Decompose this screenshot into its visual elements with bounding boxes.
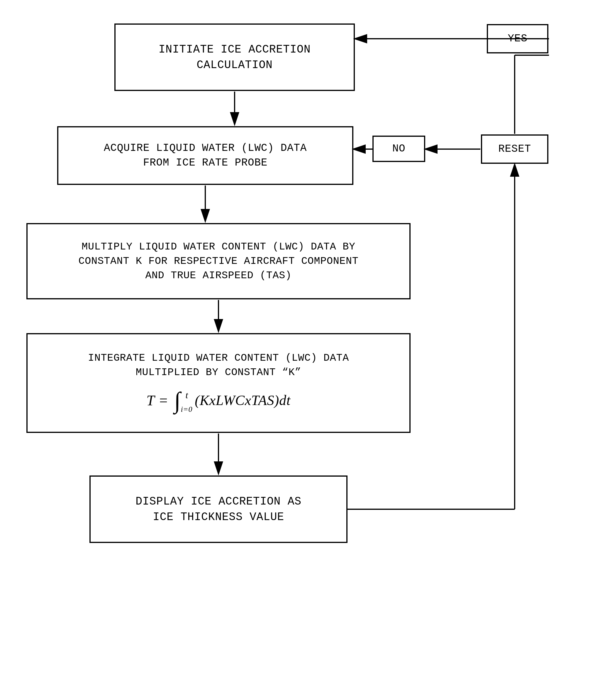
reset-label: RESET bbox=[498, 142, 531, 156]
initiate-label: INITIATE ICE ACCRETION CALCULATION bbox=[124, 42, 345, 73]
no-label: NO bbox=[392, 142, 406, 156]
box-integrate: INTEGRATE LIQUID WATER CONTENT (LWC) DAT… bbox=[26, 333, 411, 433]
acquire-label: ACQUIRE LIQUID WATER (LWC) DATAFROM ICE … bbox=[104, 141, 307, 171]
multiply-label: MULTIPLY LIQUID WATER CONTENT (LWC) DATA… bbox=[79, 240, 359, 283]
box-acquire: ACQUIRE LIQUID WATER (LWC) DATAFROM ICE … bbox=[57, 126, 354, 185]
integrate-formula: T = ∫ t i=0 (KxLWCxTAS)dt bbox=[146, 386, 290, 415]
box-yes: YES bbox=[487, 24, 548, 53]
yes-label: YES bbox=[508, 31, 527, 46]
flowchart-container: INITIATE ICE ACCRETION CALCULATION ACQUI… bbox=[0, 0, 600, 700]
display-label: DISPLAY ICE ACCRETION ASICE THICKNESS VA… bbox=[135, 494, 302, 525]
box-initiate: INITIATE ICE ACCRETION CALCULATION bbox=[114, 24, 355, 91]
box-display: DISPLAY ICE ACCRETION ASICE THICKNESS VA… bbox=[89, 475, 347, 543]
box-reset: RESET bbox=[481, 134, 548, 164]
integrate-text: INTEGRATE LIQUID WATER CONTENT (LWC) DAT… bbox=[88, 351, 349, 380]
box-no: NO bbox=[372, 135, 425, 162]
box-multiply: MULTIPLY LIQUID WATER CONTENT (LWC) DATA… bbox=[26, 223, 411, 299]
